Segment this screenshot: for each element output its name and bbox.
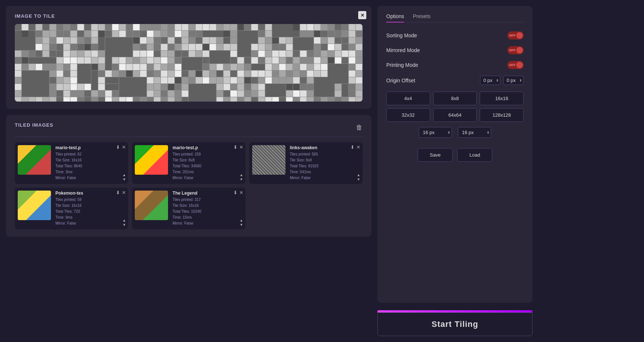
custom-height-wrapper: 16 px 8 px 32 px 64 px — [458, 127, 491, 138]
card-info-card-pokemon: Pokemon-tes Tiles printed: 59 Tile Size:… — [54, 191, 125, 226]
card-up-card-mario1[interactable]: ▲ — [122, 173, 126, 177]
start-tiling-button[interactable]: Start Tiling — [377, 312, 532, 336]
load-button[interactable]: Load — [457, 148, 492, 162]
image-close-button[interactable]: ✕ — [358, 11, 366, 19]
offset-x-wrapper: 0 px 1 px 2 px 4 px — [480, 76, 500, 85]
grid-size-btn-8x8[interactable]: 8x8 — [433, 92, 477, 105]
right-panel: Options Presets Sorting Mode OFF Mirrore… — [377, 6, 532, 336]
custom-width-wrapper: 16 px 8 px 32 px 64 px — [419, 127, 452, 138]
grid-size-btn-4x4[interactable]: 4x4 — [386, 92, 430, 105]
card-body-card-mario2: mario-test.p Tiles printed: 159 Tile Siz… — [132, 142, 245, 184]
grid-size-btn-64x64[interactable]: 64x64 — [433, 108, 477, 122]
tiled-card-card-legend: ✕ ⬇ The Legend Tiles printed: 317 Tile S… — [132, 188, 245, 229]
card-close-card-mario1[interactable]: ✕ — [122, 144, 126, 150]
tab-options[interactable]: Options — [386, 13, 404, 22]
mirrored-mode-toggle-text: OFF — [509, 48, 515, 52]
card-download-card-pokemon[interactable]: ⬇ — [116, 190, 120, 195]
card-body-card-links: links-awaken Tiles printed: 565 Tile Siz… — [249, 142, 363, 184]
card-download-card-links[interactable]: ⬇ — [350, 144, 354, 150]
card-thumb-card-legend — [135, 191, 168, 220]
card-up-card-links[interactable]: ▲ — [357, 173, 360, 177]
card-up-card-legend[interactable]: ▲ — [240, 218, 243, 223]
card-close-card-pokemon[interactable]: ✕ — [122, 190, 126, 195]
origin-offset-label: Origin Offset — [386, 78, 415, 83]
card-time-card-legend: Time: 15ms — [172, 215, 241, 220]
left-panel: IMAGE TO TILE ✕ TILED IMAGES 🗑 ✕ ⬇ mario… — [6, 6, 371, 336]
card-download-card-mario1[interactable]: ⬇ — [116, 144, 120, 150]
tiled-grid: ✕ ⬇ mario-test.p Tiles printed: 62 Tile … — [15, 142, 363, 229]
tiled-images-title: TILED IMAGES — [15, 122, 53, 128]
card-name-card-legend: The Legend — [172, 191, 241, 196]
offset-y-wrapper: 0 px 1 px 2 px 4 px — [503, 76, 524, 85]
card-time-card-mario1: Time: 3ms — [55, 169, 124, 175]
origin-offset-row: Origin Offset 0 px 1 px 2 px 4 px 0 px 1… — [386, 76, 524, 85]
card-down-card-links[interactable]: ▼ — [357, 177, 360, 182]
custom-width-select[interactable]: 16 px 8 px 32 px 64 px — [419, 127, 452, 138]
offset-x-select[interactable]: 0 px 1 px 2 px 4 px — [480, 76, 500, 85]
card-close-card-legend[interactable]: ✕ — [239, 190, 243, 195]
card-mirror-card-links: Mirror: False — [290, 175, 358, 181]
card-info-card-mario2: mario-test.p Tiles printed: 159 Tile Siz… — [171, 145, 242, 181]
card-download-card-legend[interactable]: ⬇ — [233, 190, 237, 195]
printing-mode-knob — [516, 62, 523, 68]
card-total-tiles-card-mario2: Total Tiles: 34560 — [172, 163, 241, 169]
card-time-card-pokemon: Time: 9ms — [55, 215, 124, 220]
options-tabs: Options Presets — [386, 13, 524, 23]
card-close-card-mario2[interactable]: ✕ — [239, 144, 243, 150]
card-tile-size-card-mario2: Tile Size: 8x8 — [172, 157, 241, 163]
card-body-card-pokemon: Pokemon-tes Tiles printed: 59 Tile Size:… — [15, 188, 128, 229]
card-arrows-card-mario2: ▲ ▼ — [240, 173, 243, 182]
card-total-tiles-card-links: Total Tiles: 81920 — [290, 163, 358, 169]
card-arrows-card-legend: ▲ ▼ — [240, 218, 243, 227]
image-to-tile-title: IMAGE TO TILE — [15, 13, 363, 19]
card-body-card-legend: The Legend Tiles printed: 317 Tile Size:… — [132, 188, 245, 229]
mirrored-mode-row: Mirrored Mode OFF — [386, 46, 524, 54]
card-up-card-mario2[interactable]: ▲ — [240, 173, 243, 177]
card-tile-size-card-legend: Tile Size: 16x16 — [172, 203, 241, 209]
card-mirror-card-mario1: Mirror: False — [55, 175, 124, 181]
tiled-card-card-mario1: ✕ ⬇ mario-test.p Tiles printed: 62 Tile … — [15, 142, 128, 184]
mirrored-mode-label: Mirrored Mode — [386, 47, 420, 53]
card-tiles-printed-card-links: Tiles printed: 565 — [290, 151, 358, 157]
card-thumb-card-links — [252, 145, 285, 175]
card-down-card-pokemon[interactable]: ▼ — [122, 223, 126, 227]
card-time-card-mario2: Time: 201ms — [172, 169, 241, 175]
image-canvas — [15, 24, 363, 102]
card-name-card-mario2: mario-test.p — [172, 145, 241, 150]
custom-height-select[interactable]: 16 px 8 px 32 px 64 px — [458, 127, 491, 138]
card-tiles-printed-card-legend: Tiles printed: 317 — [172, 197, 241, 203]
card-tile-size-card-links: Tile Size: 8x8 — [290, 157, 358, 163]
card-up-card-pokemon[interactable]: ▲ — [122, 218, 126, 223]
grid-size-btn-128x128[interactable]: 128x128 — [480, 108, 524, 122]
delete-all-icon[interactable]: 🗑 — [356, 124, 363, 131]
grid-size-btn-16x16[interactable]: 16x16 — [480, 92, 524, 105]
card-close-card-links[interactable]: ✕ — [356, 144, 360, 150]
tab-presets[interactable]: Presets — [413, 13, 430, 22]
grid-size-btn-32x32[interactable]: 32x32 — [386, 108, 430, 122]
card-down-card-legend[interactable]: ▼ — [240, 223, 243, 227]
card-down-card-mario1[interactable]: ▼ — [122, 177, 126, 182]
card-download-card-mario2[interactable]: ⬇ — [233, 144, 237, 150]
card-down-card-mario2[interactable]: ▼ — [240, 177, 243, 182]
card-info-card-mario1: mario-test.p Tiles printed: 62 Tile Size… — [54, 145, 125, 181]
mirrored-mode-toggle[interactable]: OFF — [507, 46, 524, 54]
card-tile-size-card-mario1: Tile Size: 16x16 — [55, 157, 124, 163]
tiled-images-header: TILED IMAGES 🗑 — [15, 122, 363, 133]
save-button[interactable]: Save — [418, 148, 453, 162]
card-thumb-card-mario1 — [18, 145, 51, 175]
card-arrows-card-links: ▲ ▼ — [357, 173, 360, 182]
mirrored-mode-knob — [516, 47, 523, 54]
card-mirror-card-legend: Mirror: False — [172, 220, 241, 226]
card-total-tiles-card-pokemon: Total Tiles: 720 — [55, 209, 124, 215]
card-info-card-links: links-awaken Tiles printed: 565 Tile Siz… — [288, 145, 360, 181]
tiled-card-card-pokemon: ✕ ⬇ Pokemon-tes Tiles printed: 59 Tile S… — [15, 188, 128, 229]
printing-mode-toggle[interactable]: OFF — [507, 61, 524, 69]
sorting-mode-toggle-text: OFF — [509, 34, 515, 37]
card-arrows-card-mario1: ▲ ▼ — [122, 173, 126, 182]
sorting-mode-toggle[interactable]: OFF — [507, 31, 524, 40]
offset-y-select[interactable]: 0 px 1 px 2 px 4 px — [503, 76, 524, 85]
card-name-card-pokemon: Pokemon-tes — [55, 191, 124, 196]
card-info-card-legend: The Legend Tiles printed: 317 Tile Size:… — [171, 191, 242, 226]
card-tiles-printed-card-mario2: Tiles printed: 159 — [172, 151, 241, 157]
tiled-card-card-mario2: ✕ ⬇ mario-test.p Tiles printed: 159 Tile… — [132, 142, 245, 184]
